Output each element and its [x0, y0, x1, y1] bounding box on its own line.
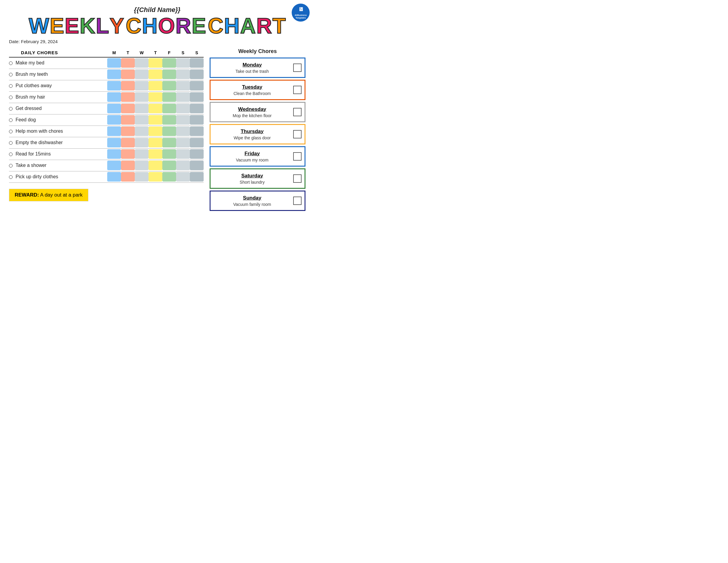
weekly-checkbox[interactable]	[293, 63, 302, 72]
day-box[interactable]	[190, 58, 204, 68]
day-box[interactable]	[121, 69, 135, 79]
day-box[interactable]	[149, 115, 162, 125]
day-box[interactable]	[121, 92, 135, 102]
day-cell[interactable]	[121, 57, 135, 69]
day-box[interactable]	[121, 104, 135, 113]
day-box[interactable]	[190, 69, 204, 79]
day-box[interactable]	[135, 69, 149, 79]
day-cell[interactable]	[135, 125, 149, 137]
day-cell[interactable]	[190, 125, 204, 137]
day-cell[interactable]	[190, 148, 204, 160]
day-box[interactable]	[121, 115, 135, 125]
day-cell[interactable]	[149, 103, 162, 114]
day-cell[interactable]	[190, 69, 204, 80]
day-box[interactable]	[135, 58, 149, 68]
day-cell[interactable]	[176, 69, 190, 80]
day-cell[interactable]	[149, 160, 162, 171]
day-cell[interactable]	[107, 57, 121, 69]
day-cell[interactable]	[190, 91, 204, 103]
day-box[interactable]	[107, 149, 121, 159]
day-box[interactable]	[176, 149, 190, 159]
day-cell[interactable]	[149, 80, 162, 91]
day-cell[interactable]	[107, 91, 121, 103]
day-cell[interactable]	[149, 125, 162, 137]
day-box[interactable]	[107, 81, 121, 90]
day-cell[interactable]	[121, 148, 135, 160]
day-box[interactable]	[190, 161, 204, 170]
day-cell[interactable]	[162, 80, 176, 91]
day-box[interactable]	[176, 115, 190, 125]
day-cell[interactable]	[149, 148, 162, 160]
day-cell[interactable]	[149, 137, 162, 148]
day-box[interactable]	[107, 126, 121, 136]
weekly-checkbox[interactable]	[293, 174, 302, 183]
day-cell[interactable]	[135, 160, 149, 171]
day-box[interactable]	[135, 104, 149, 113]
day-cell[interactable]	[135, 137, 149, 148]
day-cell[interactable]	[149, 114, 162, 125]
day-box[interactable]	[107, 92, 121, 102]
day-cell[interactable]	[135, 114, 149, 125]
day-box[interactable]	[190, 92, 204, 102]
day-box[interactable]	[107, 138, 121, 147]
day-cell[interactable]	[162, 125, 176, 137]
day-box[interactable]	[176, 138, 190, 147]
weekly-checkbox[interactable]	[293, 86, 302, 94]
day-box[interactable]	[107, 172, 121, 181]
day-box[interactable]	[190, 138, 204, 147]
day-cell[interactable]	[107, 103, 121, 114]
day-cell[interactable]	[162, 103, 176, 114]
day-box[interactable]	[162, 138, 176, 147]
day-cell[interactable]	[176, 114, 190, 125]
day-box[interactable]	[121, 161, 135, 170]
day-box[interactable]	[176, 161, 190, 170]
day-box[interactable]	[162, 161, 176, 170]
day-cell[interactable]	[162, 69, 176, 80]
day-cell[interactable]	[176, 91, 190, 103]
day-box[interactable]	[176, 126, 190, 136]
day-cell[interactable]	[190, 114, 204, 125]
day-cell[interactable]	[107, 125, 121, 137]
day-box[interactable]	[149, 69, 162, 79]
day-cell[interactable]	[121, 103, 135, 114]
day-cell[interactable]	[135, 103, 149, 114]
day-box[interactable]	[162, 58, 176, 68]
day-cell[interactable]	[107, 114, 121, 125]
day-box[interactable]	[149, 81, 162, 90]
day-cell[interactable]	[176, 125, 190, 137]
day-box[interactable]	[149, 58, 162, 68]
day-cell[interactable]	[176, 148, 190, 160]
day-cell[interactable]	[135, 80, 149, 91]
day-box[interactable]	[135, 172, 149, 181]
day-cell[interactable]	[107, 160, 121, 171]
day-box[interactable]	[149, 104, 162, 113]
day-cell[interactable]	[162, 148, 176, 160]
day-cell[interactable]	[176, 137, 190, 148]
day-cell[interactable]	[121, 125, 135, 137]
day-cell[interactable]	[162, 160, 176, 171]
day-box[interactable]	[149, 92, 162, 102]
day-cell[interactable]	[176, 80, 190, 91]
day-cell[interactable]	[107, 69, 121, 80]
day-cell[interactable]	[107, 148, 121, 160]
day-cell[interactable]	[176, 103, 190, 114]
day-box[interactable]	[162, 104, 176, 113]
day-cell[interactable]	[190, 160, 204, 171]
day-box[interactable]	[135, 138, 149, 147]
day-cell[interactable]	[149, 57, 162, 69]
day-cell[interactable]	[176, 171, 190, 182]
day-cell[interactable]	[190, 80, 204, 91]
day-box[interactable]	[149, 126, 162, 136]
day-cell[interactable]	[135, 69, 149, 80]
day-box[interactable]	[135, 126, 149, 136]
day-box[interactable]	[162, 92, 176, 102]
weekly-checkbox[interactable]	[293, 196, 302, 205]
day-box[interactable]	[190, 81, 204, 90]
day-box[interactable]	[162, 149, 176, 159]
day-box[interactable]	[135, 161, 149, 170]
day-cell[interactable]	[149, 91, 162, 103]
day-box[interactable]	[176, 104, 190, 113]
day-box[interactable]	[162, 115, 176, 125]
day-box[interactable]	[135, 92, 149, 102]
day-cell[interactable]	[135, 91, 149, 103]
